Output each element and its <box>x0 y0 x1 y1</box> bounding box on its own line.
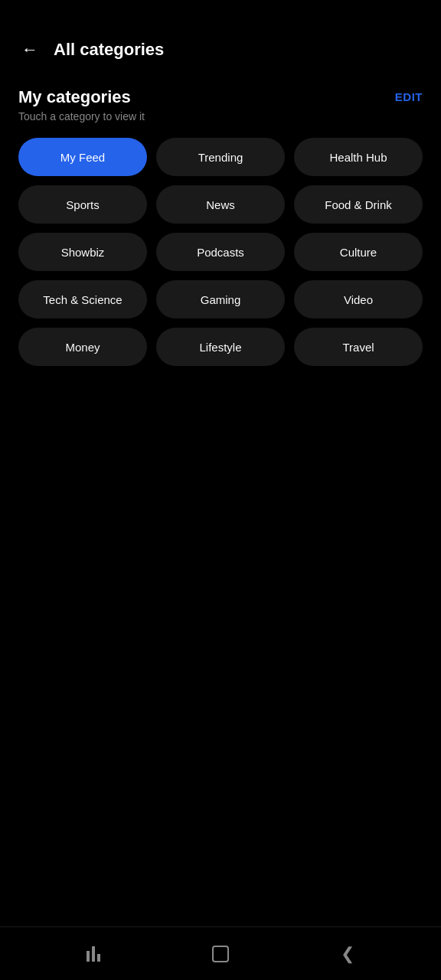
page-title: All categories <box>54 40 164 60</box>
header: ← All categories <box>0 0 441 75</box>
bottom-nav: ❮ <box>0 926 441 980</box>
section-title: My categories <box>18 87 145 107</box>
home-button[interactable] <box>206 939 235 969</box>
edit-button[interactable]: EDIT <box>395 87 423 106</box>
category-chip-video[interactable]: Video <box>294 280 423 318</box>
section-subtitle: Touch a category to view it <box>18 110 145 122</box>
category-chip-sports[interactable]: Sports <box>18 185 147 224</box>
section-header: My categories Touch a category to view i… <box>18 87 423 122</box>
category-chip-trending[interactable]: Trending <box>156 138 285 176</box>
recent-apps-icon <box>87 946 100 962</box>
categories-section: My categories Touch a category to view i… <box>0 75 441 384</box>
section-title-block: My categories Touch a category to view i… <box>18 87 145 122</box>
category-chip-news[interactable]: News <box>156 185 285 224</box>
home-icon <box>212 946 229 962</box>
category-chip-my-feed[interactable]: My Feed <box>18 138 147 176</box>
recent-apps-button[interactable] <box>80 940 106 968</box>
categories-grid: My Feed Trending Health Hub Sports News … <box>18 138 423 366</box>
category-chip-lifestyle[interactable]: Lifestyle <box>156 328 285 366</box>
back-nav-button[interactable]: ❮ <box>335 938 361 970</box>
back-button[interactable]: ← <box>18 37 41 63</box>
category-chip-food-drink[interactable]: Food & Drink <box>294 185 423 224</box>
category-chip-tech-science[interactable]: Tech & Science <box>18 280 147 318</box>
category-chip-travel[interactable]: Travel <box>294 328 423 366</box>
category-chip-podcasts[interactable]: Podcasts <box>156 233 285 271</box>
category-chip-gaming[interactable]: Gaming <box>156 280 285 318</box>
back-nav-icon: ❮ <box>341 944 354 964</box>
category-chip-health-hub[interactable]: Health Hub <box>294 138 423 176</box>
category-chip-showbiz[interactable]: Showbiz <box>18 233 147 271</box>
category-chip-money[interactable]: Money <box>18 328 147 366</box>
category-chip-culture[interactable]: Culture <box>294 233 423 271</box>
